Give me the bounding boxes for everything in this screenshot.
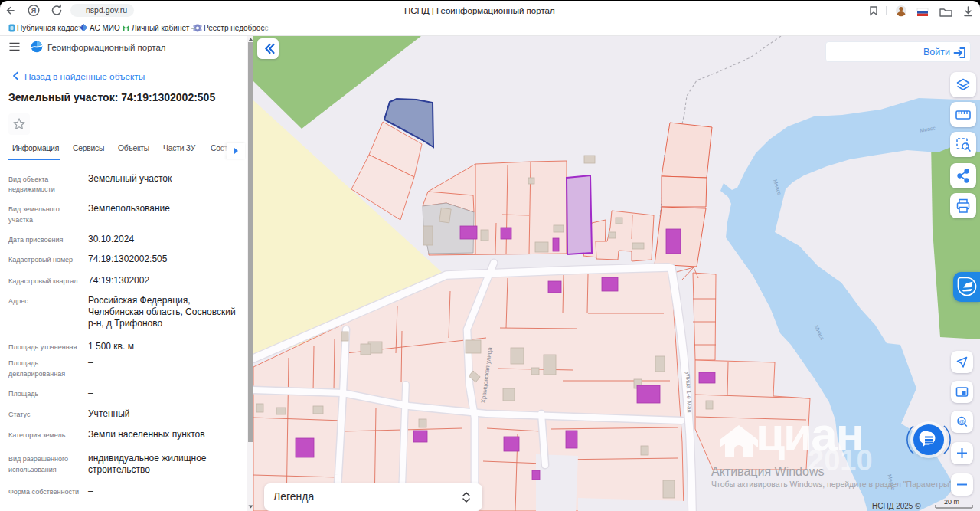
svg-text:Активация Windows: Активация Windows (711, 465, 824, 478)
svg-text:улица 1-е Мая: улица 1-е Мая (684, 372, 693, 413)
svg-text:@: @ (959, 418, 965, 425)
svg-text:20 m: 20 m (944, 498, 959, 506)
svg-text:Я: Я (31, 7, 36, 15)
svg-text:Чтобы активировать Windows, пе: Чтобы активировать Windows, перейдите в … (711, 480, 954, 489)
svg-text:НСПД 2025 ©: НСПД 2025 © (872, 502, 921, 510)
